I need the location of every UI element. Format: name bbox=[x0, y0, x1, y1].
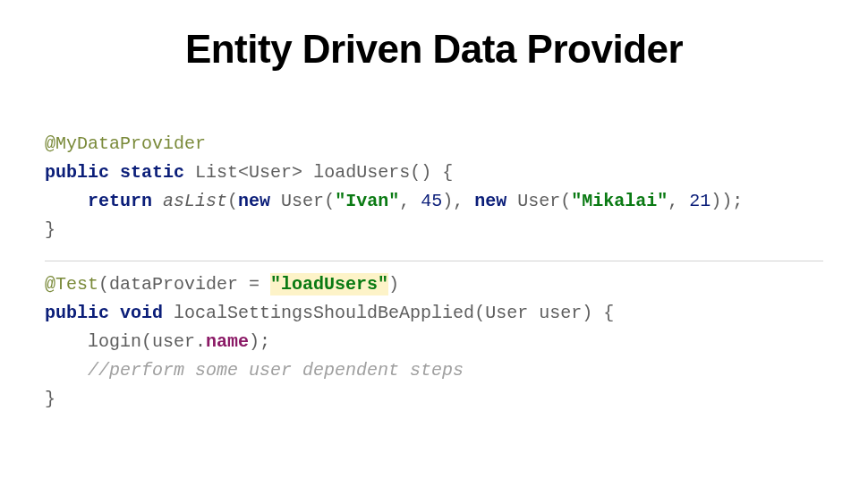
code-divider bbox=[45, 261, 823, 261]
punct-comma-1: , bbox=[399, 191, 421, 211]
punct-lt: < bbox=[238, 162, 249, 183]
punct-eq: = bbox=[238, 274, 270, 295]
punct-paren-open-3: ( bbox=[560, 191, 571, 211]
punct-paren-close-4: ) bbox=[582, 303, 592, 323]
method-load-users: loadUsers bbox=[313, 162, 410, 183]
param-user: user bbox=[539, 303, 582, 323]
method-local-settings: localSettingsShouldBeApplied bbox=[174, 303, 474, 323]
annotation-my-data-provider: @MyDataProvider bbox=[45, 133, 206, 154]
code-block-test: @Test(dataProvider = "loadUsers") public… bbox=[45, 270, 823, 414]
comment-perform-steps: //perform some user dependent steps bbox=[88, 360, 464, 381]
punct-paren-open-2: ( bbox=[324, 191, 335, 211]
keyword-return: return bbox=[88, 191, 152, 211]
number-45: 45 bbox=[421, 191, 442, 211]
punct-paren-open-5: ( bbox=[474, 303, 485, 323]
type-list: List bbox=[195, 162, 238, 183]
punct-paren-open: ( bbox=[227, 191, 238, 211]
punct-paren-close-3: ) bbox=[388, 274, 399, 295]
code-block-provider: @MyDataProvider public static List<User>… bbox=[45, 130, 823, 244]
param-type-user: User bbox=[485, 303, 528, 323]
punct-paren-open-6: ( bbox=[141, 331, 152, 352]
type-user: User bbox=[249, 162, 292, 183]
punct-parens: () bbox=[410, 162, 431, 183]
ctor-user-1: User bbox=[281, 191, 324, 211]
punct-gt: > bbox=[292, 162, 302, 183]
call-as-list: asList bbox=[163, 191, 227, 211]
number-21: 21 bbox=[689, 191, 711, 211]
call-login: login bbox=[88, 331, 141, 352]
slide-title: Entity Driven Data Provider bbox=[45, 27, 823, 72]
brace-close-2: } bbox=[45, 389, 55, 409]
punct-paren-close-1: ) bbox=[442, 191, 453, 211]
annotation-test: @Test bbox=[45, 274, 98, 295]
string-ivan: "Ivan" bbox=[335, 191, 399, 211]
string-load-users: "loadUsers" bbox=[270, 273, 388, 295]
punct-paren-close-5: ); bbox=[249, 331, 270, 352]
keyword-public-2: public bbox=[45, 303, 109, 323]
keyword-void: void bbox=[120, 303, 163, 323]
ref-user: user bbox=[152, 331, 195, 352]
punct-dot: . bbox=[195, 331, 206, 352]
attr-data-provider: dataProvider bbox=[109, 274, 238, 295]
punct-paren-open-4: ( bbox=[98, 274, 109, 295]
punct-paren-close-2: )); bbox=[711, 191, 743, 211]
keyword-static: static bbox=[120, 162, 184, 183]
punct-comma-3: , bbox=[668, 191, 689, 211]
code-area: @MyDataProvider public static List<User>… bbox=[45, 130, 823, 414]
brace-open-2: { bbox=[603, 303, 614, 323]
brace-open: { bbox=[442, 162, 453, 183]
string-mikalai: "Mikalai" bbox=[571, 191, 668, 211]
field-name: name bbox=[206, 331, 249, 352]
keyword-new-2: new bbox=[474, 191, 506, 211]
keyword-public: public bbox=[45, 162, 109, 183]
keyword-new-1: new bbox=[238, 191, 270, 211]
ctor-user-2: User bbox=[517, 191, 560, 211]
punct-comma-2: , bbox=[453, 191, 474, 211]
brace-close: } bbox=[45, 219, 55, 240]
